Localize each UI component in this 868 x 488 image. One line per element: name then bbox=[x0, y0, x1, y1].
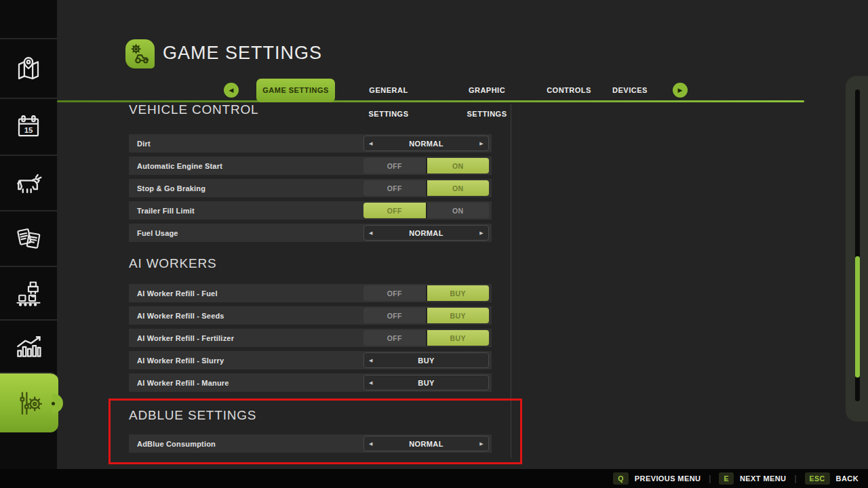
key-e-badge: E bbox=[719, 472, 734, 485]
setting-row-dirt: Dirt◀NORMAL▶ bbox=[129, 134, 492, 152]
game-settings-screen: 15 bbox=[0, 0, 868, 488]
toggle-option-buy[interactable]: BUY bbox=[426, 330, 490, 346]
setting-row-ai-worker-refill-fertilizer: AI Worker Refill - FertilizerOFFBUY bbox=[129, 329, 492, 347]
selector-left-arrow-icon[interactable]: ◀ bbox=[369, 230, 373, 236]
toggle-ai-worker-refill-seeds: OFFBUY bbox=[363, 308, 489, 323]
vehicle-control-rows: Dirt◀NORMAL▶Automatic Engine StartOFFONS… bbox=[129, 134, 492, 242]
tab-underline bbox=[57, 100, 804, 102]
setting-label: Dirt bbox=[129, 140, 151, 148]
hint-label-back: BACK bbox=[836, 474, 859, 483]
tractor-gear-icon bbox=[129, 43, 152, 66]
setting-row-ai-worker-refill-seeds: AI Worker Refill - SeedsOFFBUY bbox=[129, 306, 492, 325]
toggle-option-on[interactable]: ON bbox=[426, 203, 490, 218]
section-heading-vehicle-control: VEHICLE CONTROL bbox=[129, 105, 492, 118]
tab-graphic-settings[interactable]: GRAPHIC SETTINGS bbox=[448, 79, 526, 102]
hint-separator: | bbox=[709, 474, 711, 483]
setting-row-ai-worker-refill-manure: AI Worker Refill - Manure◀BUY bbox=[129, 373, 492, 392]
tab-game-settings[interactable]: GAME SETTINGS bbox=[256, 79, 335, 102]
sidebar-item-animals[interactable] bbox=[0, 155, 57, 210]
documents-icon bbox=[14, 224, 43, 253]
selector-value: NORMAL bbox=[409, 229, 443, 237]
selector-fuel-usage[interactable]: ◀NORMAL▶ bbox=[363, 225, 489, 241]
selector-value: BUY bbox=[418, 379, 434, 387]
toggle-option-off[interactable]: OFF bbox=[363, 285, 426, 301]
key-esc-badge: ESC bbox=[805, 472, 830, 485]
settings-sliders-gear-icon bbox=[14, 388, 44, 418]
hint-label-next-menu: NEXT MENU bbox=[740, 474, 786, 483]
prev-tab-arrow-button[interactable]: ◀ bbox=[224, 83, 239, 98]
setting-row-automatic-engine-start: Automatic Engine StartOFFON bbox=[129, 157, 492, 175]
selector-left-arrow-icon[interactable]: ◀ bbox=[369, 141, 373, 146]
statistics-icon bbox=[14, 331, 43, 361]
sidebar-spacer bbox=[0, 0, 57, 38]
toggle-option-off[interactable]: OFF bbox=[363, 180, 426, 196]
hint-previous-menu: Q PREVIOUS MENU bbox=[613, 472, 701, 485]
sidebar-item-calendar[interactable]: 15 bbox=[0, 98, 57, 155]
tab-devices[interactable]: DEVICES bbox=[610, 79, 650, 102]
setting-row-ai-worker-refill-fuel: AI Worker Refill - FuelOFFBUY bbox=[129, 284, 492, 302]
setting-label: AI Worker Refill - Seeds bbox=[129, 312, 224, 320]
toggle-option-off[interactable]: OFF bbox=[363, 330, 426, 346]
key-q-badge: Q bbox=[613, 472, 629, 485]
toggle-option-on[interactable]: ON bbox=[426, 158, 490, 174]
next-tab-arrow-button[interactable]: ▶ bbox=[673, 83, 688, 98]
toggle-ai-worker-refill-fertilizer: OFFBUY bbox=[363, 330, 489, 346]
selector-left-arrow-icon[interactable]: ◀ bbox=[369, 380, 373, 386]
selector-left-arrow-icon[interactable]: ◀ bbox=[369, 358, 373, 363]
toggle-automatic-engine-start: OFFON bbox=[363, 158, 489, 174]
active-item-dot bbox=[52, 402, 55, 405]
selector-value: NORMAL bbox=[409, 140, 443, 148]
sidebar-item-game-settings[interactable] bbox=[0, 372, 58, 432]
toggle-option-buy[interactable]: BUY bbox=[426, 285, 490, 301]
hint-next-menu: E NEXT MENU bbox=[719, 472, 786, 485]
setting-label: AI Worker Refill - Manure bbox=[129, 379, 229, 387]
footer-bar: Q PREVIOUS MENU | E NEXT MENU | ESC BACK bbox=[0, 469, 868, 488]
setting-row-fuel-usage: Fuel Usage◀NORMAL▶ bbox=[129, 224, 492, 242]
tab-general-settings[interactable]: GENERAL SETTINGS bbox=[349, 79, 429, 102]
page-title: GAME SETTINGS bbox=[163, 43, 322, 64]
setting-label: Trailer Fill Limit bbox=[129, 207, 195, 215]
selector-right-arrow-icon[interactable]: ▶ bbox=[479, 230, 484, 236]
setting-row-stop-go-braking: Stop & Go BrakingOFFON bbox=[129, 179, 492, 197]
selector-dirt[interactable]: ◀NORMAL▶ bbox=[363, 136, 489, 151]
toggle-trailer-fill-limit: OFFON bbox=[363, 203, 489, 218]
setting-label: Automatic Engine Start bbox=[129, 162, 222, 170]
toggle-ai-worker-refill-fuel: OFFBUY bbox=[363, 285, 489, 301]
svg-text:15: 15 bbox=[24, 126, 33, 134]
toggle-option-on[interactable]: ON bbox=[426, 180, 490, 196]
toggle-option-off[interactable]: OFF bbox=[363, 203, 426, 218]
selector-value: BUY bbox=[418, 357, 434, 365]
menu-header-icon-badge bbox=[125, 39, 155, 68]
ai-workers-rows: AI Worker Refill - FuelOFFBUYAI Worker R… bbox=[129, 284, 492, 392]
cow-icon bbox=[14, 168, 43, 198]
sidebar-item-production[interactable] bbox=[0, 266, 57, 319]
sidebar-item-statistics[interactable] bbox=[0, 319, 57, 372]
setting-label: Fuel Usage bbox=[129, 229, 178, 237]
scrollbar-thumb[interactable] bbox=[855, 256, 860, 378]
selector-ai-worker-refill-slurry[interactable]: ◀BUY bbox=[363, 352, 489, 368]
setting-label: AI Worker Refill - Slurry bbox=[129, 357, 224, 365]
setting-row-ai-worker-refill-slurry: AI Worker Refill - Slurry◀BUY bbox=[129, 351, 492, 369]
sidebar: 15 bbox=[0, 0, 57, 488]
calendar-icon: 15 bbox=[14, 113, 43, 141]
tab-controls[interactable]: CONTROLS bbox=[547, 79, 591, 102]
hint-back: ESC BACK bbox=[805, 472, 859, 485]
sidebar-item-finances[interactable] bbox=[0, 210, 57, 266]
section-heading-ai-workers: AI WORKERS bbox=[129, 256, 492, 272]
adblue-highlight-box bbox=[108, 399, 522, 464]
production-icon bbox=[14, 279, 43, 308]
toggle-option-off[interactable]: OFF bbox=[363, 158, 426, 174]
setting-label: AI Worker Refill - Fertilizer bbox=[129, 334, 234, 342]
tab-bar: ◀ GAME SETTINGS GENERAL SETTINGS GRAPHIC… bbox=[0, 75, 868, 105]
toggle-stop-go-braking: OFFON bbox=[363, 180, 489, 196]
toggle-option-buy[interactable]: BUY bbox=[426, 308, 490, 323]
hint-separator: | bbox=[794, 474, 796, 483]
setting-label: AI Worker Refill - Fuel bbox=[129, 289, 218, 298]
scrollbar-track[interactable] bbox=[855, 89, 860, 401]
scrollbar-shell bbox=[846, 76, 868, 422]
selector-ai-worker-refill-manure[interactable]: ◀BUY bbox=[363, 375, 489, 390]
hint-label-previous-menu: PREVIOUS MENU bbox=[635, 474, 701, 483]
toggle-option-off[interactable]: OFF bbox=[363, 308, 426, 323]
setting-row-trailer-fill-limit: Trailer Fill LimitOFFON bbox=[129, 201, 492, 220]
selector-right-arrow-icon[interactable]: ▶ bbox=[479, 141, 484, 146]
